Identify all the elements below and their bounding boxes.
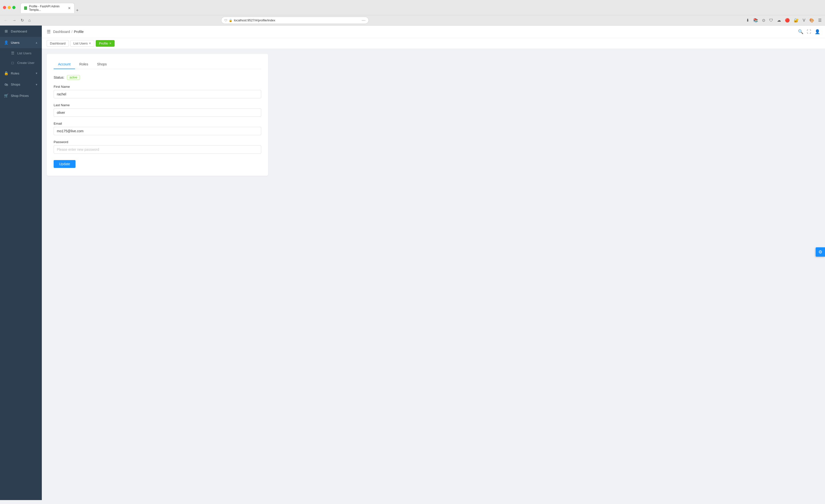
settings-float-button[interactable]: ⚙ bbox=[816, 247, 825, 257]
tab-list-users[interactable]: List Users ✕ bbox=[70, 40, 94, 47]
window-controls bbox=[3, 6, 15, 9]
sidebar-item-users[interactable]: 👤 Users ▲ bbox=[0, 37, 42, 48]
profile-card: Account Roles Shops Status: active bbox=[47, 54, 268, 176]
sidebar-item-shops[interactable]: 🛍 Shops ▼ bbox=[0, 79, 42, 90]
tab-favicon bbox=[24, 6, 27, 10]
sidebar-label-users: Users bbox=[11, 41, 33, 45]
browser-chrome: Profile - FastAPI Admin Templa... ✕ + ← … bbox=[0, 0, 825, 25]
address-text: localhost:9527/#/profile/index bbox=[234, 18, 360, 22]
shops-arrow-icon: ▼ bbox=[35, 83, 38, 86]
tab-shops[interactable]: Shops bbox=[92, 60, 111, 69]
tab-account[interactable]: Account bbox=[54, 60, 75, 69]
last-name-group: Last Name bbox=[54, 103, 261, 117]
tab-list-users-label: List Users bbox=[74, 41, 88, 45]
update-button[interactable]: Update bbox=[54, 160, 76, 168]
profile-tabs: Account Roles Shops bbox=[54, 60, 261, 69]
browser-toolbar-right: ⬇ 📚 ⊙ 🛡 ☁ 🔴 🔐 V 🎨 ☰ bbox=[745, 17, 823, 24]
address-more-icon[interactable]: ⋯ bbox=[362, 18, 366, 23]
sidebar-label-shop-prices: Shop Prices bbox=[11, 94, 38, 98]
last-name-input[interactable] bbox=[54, 108, 261, 117]
user-avatar-icon[interactable]: 👤 bbox=[815, 29, 820, 34]
roles-arrow-icon: ▼ bbox=[35, 72, 38, 75]
lock-icon: 🔒 bbox=[229, 19, 232, 22]
dashboard-icon: ⊞ bbox=[4, 29, 8, 33]
security-icon: 🛡 bbox=[224, 19, 227, 22]
home-button[interactable]: ⌂ bbox=[27, 17, 32, 24]
browser-navbar: ← → ↻ ⌂ 🛡 🔒 localhost:9527/#/profile/ind… bbox=[0, 15, 825, 25]
bookmarks-icon[interactable]: 📚 bbox=[752, 17, 759, 24]
browser-tab-close[interactable]: ✕ bbox=[68, 6, 71, 10]
tab-profile-close[interactable]: ✕ bbox=[109, 42, 111, 45]
tabs-bar: Dashboard List Users ✕ Profile ✕ bbox=[42, 38, 825, 49]
menu-icon[interactable]: ☰ bbox=[817, 17, 823, 24]
breadcrumb: Dashboard / Profile bbox=[53, 30, 84, 34]
browser-tabs-bar: Profile - FastAPI Admin Templa... ✕ + bbox=[17, 2, 83, 13]
address-bar[interactable]: 🛡 🔒 localhost:9527/#/profile/index ⋯ bbox=[221, 17, 369, 24]
header-right: 🔍 ⛶ 👤 bbox=[798, 29, 820, 34]
tab-shops-label: Shops bbox=[97, 62, 107, 66]
email-group: Email bbox=[54, 122, 261, 135]
sidebar-item-create-user[interactable]: □ Create User bbox=[0, 58, 42, 68]
sidebar-label-roles: Roles bbox=[11, 72, 33, 75]
breadcrumb-home[interactable]: Dashboard bbox=[53, 30, 70, 34]
sidebar-label-create-user: Create User bbox=[17, 61, 34, 65]
tab-roles-label: Roles bbox=[79, 62, 88, 66]
main-content: ☰ Dashboard / Profile 🔍 ⛶ 👤 Dashboard Li… bbox=[42, 25, 825, 500]
back-button[interactable]: ← bbox=[2, 17, 9, 24]
sidebar-label-shops: Shops bbox=[11, 83, 33, 86]
hamburger-icon[interactable]: ☰ bbox=[47, 29, 51, 34]
color-icon[interactable]: 🎨 bbox=[808, 17, 815, 24]
password-label: Password bbox=[54, 140, 261, 144]
search-icon[interactable]: 🔍 bbox=[798, 29, 803, 34]
download-icon[interactable]: ⬇ bbox=[745, 17, 750, 24]
app-wrapper: ⊞ Dashboard 👤 Users ▲ ☰ List Users □ Cre… bbox=[0, 25, 825, 500]
users-icon: 👤 bbox=[4, 40, 8, 45]
users-arrow-icon: ▲ bbox=[35, 41, 38, 44]
password-input[interactable] bbox=[54, 145, 261, 154]
create-icon: □ bbox=[10, 61, 15, 65]
tab-list-users-close[interactable]: ✕ bbox=[89, 42, 91, 45]
tab-roles[interactable]: Roles bbox=[75, 60, 93, 69]
browser-tab-active[interactable]: Profile - FastAPI Admin Templa... ✕ bbox=[20, 3, 75, 13]
sidebar-item-dashboard[interactable]: ⊞ Dashboard bbox=[0, 25, 42, 37]
cloud-icon[interactable]: ☁ bbox=[776, 17, 782, 24]
tab-profile[interactable]: Profile ✕ bbox=[96, 40, 115, 47]
first-name-input[interactable] bbox=[54, 90, 261, 98]
window-close-button[interactable] bbox=[3, 6, 6, 9]
status-row: Status: active bbox=[54, 75, 261, 80]
header-left: ☰ Dashboard / Profile bbox=[47, 29, 84, 34]
window-minimize-button[interactable] bbox=[8, 6, 11, 9]
shop-prices-icon: 🛒 bbox=[4, 93, 8, 98]
new-tab-button[interactable]: + bbox=[75, 8, 80, 13]
shops-icon: 🛍 bbox=[4, 82, 8, 87]
vpn-icon[interactable]: V bbox=[802, 17, 806, 24]
browser-titlebar: Profile - FastAPI Admin Templa... ✕ + bbox=[0, 0, 825, 15]
list-icon: ☰ bbox=[10, 51, 15, 55]
sidebar-item-roles[interactable]: 🔒 Roles ▼ bbox=[0, 68, 42, 79]
window-maximize-button[interactable] bbox=[12, 6, 15, 9]
sidebar-item-shop-prices[interactable]: 🛒 Shop Prices bbox=[0, 90, 42, 101]
first-name-group: First Name bbox=[54, 85, 261, 98]
forward-button[interactable]: → bbox=[11, 17, 18, 24]
lock2-icon[interactable]: 🔐 bbox=[793, 17, 800, 24]
email-label: Email bbox=[54, 122, 261, 125]
password-group: Password bbox=[54, 140, 261, 154]
breadcrumb-separator: / bbox=[72, 30, 73, 34]
sidebar-item-list-users[interactable]: ☰ List Users bbox=[0, 48, 42, 58]
breadcrumb-current: Profile bbox=[74, 30, 84, 34]
email-input[interactable] bbox=[54, 127, 261, 135]
reload-button[interactable]: ↻ bbox=[19, 17, 25, 24]
browser-tab-title: Profile - FastAPI Admin Templa... bbox=[29, 5, 66, 12]
tab-dashboard-label: Dashboard bbox=[50, 41, 66, 45]
fullscreen-icon[interactable]: ⛶ bbox=[807, 29, 811, 34]
security2-icon[interactable]: 🔴 bbox=[784, 17, 791, 24]
shield-icon[interactable]: 🛡 bbox=[768, 17, 774, 24]
status-badge: active bbox=[67, 75, 80, 80]
tab-dashboard[interactable]: Dashboard bbox=[47, 40, 69, 47]
sidebar-label-dashboard: Dashboard bbox=[11, 29, 38, 33]
profile-icon[interactable]: ⊙ bbox=[761, 17, 766, 24]
sidebar: ⊞ Dashboard 👤 Users ▲ ☰ List Users □ Cre… bbox=[0, 25, 42, 500]
tab-account-label: Account bbox=[58, 62, 71, 66]
page-content: Account Roles Shops Status: active bbox=[42, 49, 825, 500]
content-header: ☰ Dashboard / Profile 🔍 ⛶ 👤 bbox=[42, 25, 825, 38]
